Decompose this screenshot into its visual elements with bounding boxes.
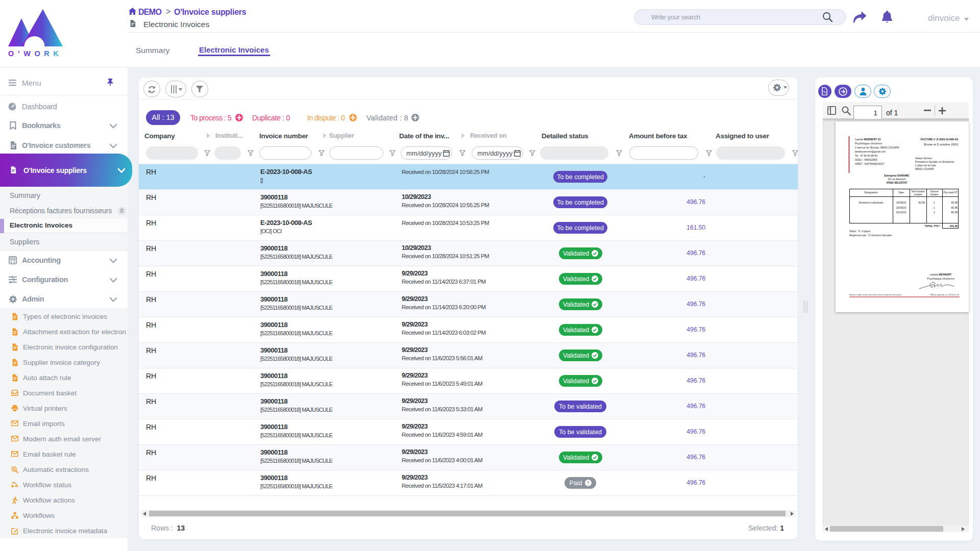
svg-text:O’WORK: O’WORK (8, 49, 62, 57)
